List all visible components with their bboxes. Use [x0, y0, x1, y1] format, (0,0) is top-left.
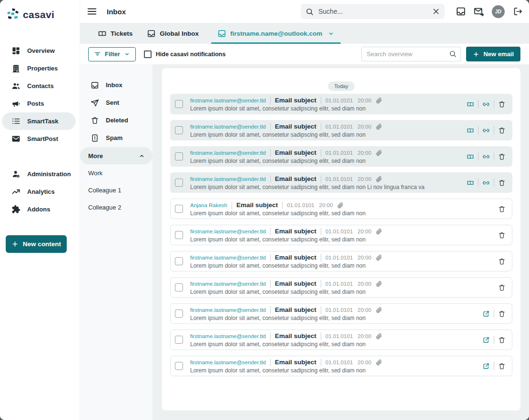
global-search-input[interactable] — [318, 8, 432, 15]
sidebar-item-contacts[interactable]: Contacts — [2, 77, 76, 95]
delete-button[interactable] — [498, 205, 506, 213]
new-mail-button[interactable] — [474, 6, 484, 17]
email-row-checkbox[interactable] — [175, 362, 183, 370]
email-date: 01.01.0101 — [326, 360, 353, 365]
email-row[interactable]: firstname.lastname@sender.tld Email subj… — [170, 330, 512, 350]
sidebar-item-analytics[interactable]: Analytics — [2, 183, 76, 200]
folder-colleague-1[interactable]: Colleague 1 — [80, 181, 153, 199]
delete-button[interactable] — [498, 127, 506, 134]
sidebar-item-posts[interactable]: Posts — [2, 95, 76, 112]
email-row-checkbox[interactable] — [175, 336, 183, 344]
email-row[interactable]: firstname.lastname@sender.tld Email subj… — [170, 356, 512, 376]
email-row[interactable]: firstname.lastname@sender.tld Email subj… — [170, 277, 512, 298]
sidebar-item-administration[interactable]: Administration — [2, 165, 76, 183]
building-icon — [11, 64, 20, 73]
email-sender-link[interactable]: firstname.lastname@sender.tld — [190, 360, 266, 365]
email-preview: Lorem ipsum dolor sit amet, consetetur s… — [190, 236, 382, 243]
delete-button[interactable] — [498, 153, 506, 160]
email-row-checkbox[interactable] — [175, 126, 183, 134]
delete-button[interactable] — [498, 310, 506, 318]
sidebar-item-overview[interactable]: Overview — [2, 42, 76, 60]
inbox-tray-button[interactable] — [456, 6, 466, 17]
tab-tickets[interactable]: Tickets — [96, 23, 134, 44]
delete-button[interactable] — [498, 284, 506, 291]
sidebar-item-smarttask[interactable]: SmartTask — [2, 112, 76, 130]
email-sender-link[interactable]: firstname.lastname@sender.tld — [190, 333, 266, 339]
folder-work[interactable]: Work — [80, 164, 153, 181]
email-row[interactable]: firstname.lastname@sender.tld Email subj… — [170, 251, 512, 271]
folder-inbox[interactable]: Inbox — [80, 76, 153, 94]
email-row-checkbox[interactable] — [175, 205, 183, 213]
email-sender-link[interactable]: firstname.lastname@sender.tld — [190, 229, 266, 234]
delete-button[interactable] — [498, 258, 506, 265]
email-sender-link[interactable]: firstname.lastname@sender.tld — [190, 98, 266, 103]
email-row-checkbox[interactable] — [175, 257, 183, 265]
open-external-button[interactable] — [482, 336, 490, 344]
delete-button[interactable] — [498, 336, 506, 344]
email-row[interactable]: firstname.lastname@sender.tld Email subj… — [170, 120, 512, 140]
email-row-checkbox[interactable] — [175, 100, 183, 108]
email-sender-link[interactable]: firstname.lastname@sender.tld — [190, 150, 266, 156]
email-sender-link[interactable]: firstname.lastname@sender.tld — [190, 307, 266, 313]
folder-spam[interactable]: Spam — [80, 129, 153, 147]
divider — [270, 280, 271, 288]
delete-button[interactable] — [498, 179, 506, 187]
divider — [232, 201, 232, 209]
link-button[interactable] — [482, 153, 490, 160]
delete-button[interactable] — [498, 231, 506, 239]
tab-account-inbox[interactable]: firstname.name@outlook.com — [211, 23, 341, 44]
email-row[interactable]: Anjana Rakesh Email subject 01.01.0101 2… — [170, 199, 512, 219]
email-row[interactable]: firstname.lastname@sender.tld Email subj… — [170, 94, 512, 114]
email-row-actions — [478, 336, 512, 344]
sidebar-item-properties[interactable]: Properties — [2, 60, 76, 77]
new-content-button[interactable]: New content — [6, 235, 67, 253]
create-ticket-button[interactable] — [467, 153, 474, 160]
dashboard-icon — [11, 46, 20, 55]
open-external-button[interactable] — [482, 362, 490, 370]
create-ticket-button[interactable] — [467, 179, 474, 187]
email-row[interactable]: firstname.lastname@sender.tld Email subj… — [170, 303, 512, 324]
new-email-button[interactable]: New email — [466, 47, 520, 61]
user-avatar[interactable]: JD — [492, 5, 505, 18]
delete-button[interactable] — [498, 100, 506, 108]
email-row-checkbox[interactable] — [175, 152, 183, 160]
filter-button[interactable]: Filter — [88, 47, 136, 61]
link-button[interactable] — [482, 100, 490, 108]
sidebar-item-smartpost[interactable]: SmartPost — [2, 130, 76, 148]
inbox-tray-icon — [456, 6, 466, 17]
delete-button[interactable] — [498, 362, 506, 370]
email-row-checkbox[interactable] — [175, 283, 183, 291]
folder-sent[interactable]: Sent — [80, 94, 153, 111]
trending-up-icon — [11, 187, 20, 196]
email-row[interactable]: firstname.lastname@sender.tld Email subj… — [170, 146, 512, 167]
email-row[interactable]: firstname.lastname@sender.tld Email subj… — [170, 172, 512, 193]
link-icon — [482, 100, 490, 108]
email-sender-link[interactable]: firstname.lastname@sender.tld — [190, 281, 266, 287]
email-row[interactable]: firstname.lastname@sender.tld Email subj… — [170, 225, 512, 245]
overview-search-input[interactable] — [361, 47, 461, 61]
create-ticket-button[interactable] — [467, 100, 474, 108]
email-sender-link[interactable]: Anjana Rakesh — [190, 202, 227, 208]
link-button[interactable] — [482, 127, 490, 134]
sidebar-item-addons[interactable]: Addons — [2, 200, 76, 218]
open-external-button[interactable] — [482, 310, 490, 318]
email-sender-link[interactable]: firstname.lastname@sender.tld — [190, 255, 266, 260]
email-row-checkbox[interactable] — [175, 179, 183, 187]
menu-button[interactable] — [87, 6, 97, 17]
folder-deleted[interactable]: Deleted — [80, 111, 153, 129]
tab-global-inbox[interactable]: Global Inbox — [145, 23, 201, 44]
email-row-checkbox[interactable] — [175, 231, 183, 239]
folder-colleague-2[interactable]: Colleague 2 — [80, 199, 153, 216]
logout-button[interactable] — [512, 6, 523, 17]
email-date: 01.01.0101 — [326, 281, 353, 287]
folder-more-toggle[interactable]: More — [80, 147, 153, 164]
email-time: 20:00 — [357, 229, 371, 234]
email-sender-link[interactable]: firstname.lastname@sender.tld — [190, 124, 266, 130]
trash-icon — [91, 116, 99, 125]
clear-search-button[interactable] — [432, 8, 440, 15]
link-button[interactable] — [482, 179, 490, 187]
hide-notifications-checkbox[interactable] — [144, 50, 152, 58]
email-row-checkbox[interactable] — [175, 310, 183, 318]
create-ticket-button[interactable] — [467, 127, 474, 134]
email-sender-link[interactable]: firstname.lastname@sender.tld — [190, 176, 266, 182]
